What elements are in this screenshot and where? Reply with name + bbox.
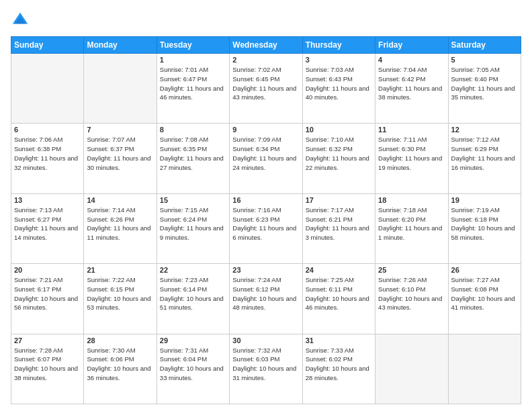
cell-info: Sunrise: 7:31 AM Sunset: 6:04 PM Dayligh… xyxy=(160,346,226,383)
sunrise-label: Sunrise: 7:19 AM xyxy=(451,206,500,214)
day-number: 31 xyxy=(306,336,372,345)
daylight-label: Daylight: 11 hours and 32 minutes. xyxy=(14,154,78,171)
calendar-cell: 28 Sunrise: 7:30 AM Sunset: 6:06 PM Dayl… xyxy=(84,334,157,404)
daylight-label: Daylight: 10 hours and 43 minutes. xyxy=(378,295,442,312)
day-number: 21 xyxy=(87,266,153,274)
header xyxy=(11,11,521,30)
cell-info: Sunrise: 7:14 AM Sunset: 6:26 PM Dayligh… xyxy=(87,205,153,242)
sunrise-label: Sunrise: 7:32 AM xyxy=(232,347,281,354)
day-number: 4 xyxy=(378,56,445,64)
week-row-2: 13 Sunrise: 7:13 AM Sunset: 6:27 PM Dayl… xyxy=(11,193,521,263)
week-row-0: 1 Sunrise: 7:01 AM Sunset: 6:47 PM Dayli… xyxy=(11,54,521,124)
daylight-label: Daylight: 11 hours and 38 minutes. xyxy=(378,85,442,101)
calendar-cell: 20 Sunrise: 7:21 AM Sunset: 6:17 PM Dayl… xyxy=(11,264,84,334)
cell-info: Sunrise: 7:21 AM Sunset: 6:17 PM Dayligh… xyxy=(14,275,81,312)
daylight-label: Daylight: 11 hours and 6 minutes. xyxy=(232,224,296,241)
cell-info: Sunrise: 7:03 AM Sunset: 6:43 PM Dayligh… xyxy=(306,65,372,102)
cell-info: Sunrise: 7:06 AM Sunset: 6:38 PM Dayligh… xyxy=(14,135,81,172)
sunrise-label: Sunrise: 7:14 AM xyxy=(87,206,135,214)
sunset-label: Sunset: 6:34 PM xyxy=(232,145,279,152)
cell-info: Sunrise: 7:30 AM Sunset: 6:06 PM Dayligh… xyxy=(87,346,153,383)
day-number: 11 xyxy=(378,126,445,134)
daylight-label: Daylight: 11 hours and 43 minutes. xyxy=(232,85,296,101)
sunrise-label: Sunrise: 7:22 AM xyxy=(87,276,135,283)
page: SundayMondayTuesdayWednesdayThursdayFrid… xyxy=(0,0,532,411)
sunset-label: Sunset: 6:15 PM xyxy=(87,285,134,293)
daylight-label: Daylight: 11 hours and 11 minutes. xyxy=(87,224,150,241)
sunset-label: Sunset: 6:26 PM xyxy=(87,216,134,223)
day-number: 24 xyxy=(306,266,372,274)
sunrise-label: Sunrise: 7:18 AM xyxy=(378,206,427,214)
sunset-label: Sunset: 6:14 PM xyxy=(160,285,207,293)
day-number: 25 xyxy=(378,266,445,274)
sunset-label: Sunset: 6:04 PM xyxy=(160,355,207,363)
calendar-cell: 26 Sunrise: 7:27 AM Sunset: 6:08 PM Dayl… xyxy=(448,264,521,334)
cell-info: Sunrise: 7:09 AM Sunset: 6:34 PM Dayligh… xyxy=(232,135,299,172)
sunset-label: Sunset: 6:17 PM xyxy=(14,285,61,293)
cell-info: Sunrise: 7:32 AM Sunset: 6:03 PM Dayligh… xyxy=(232,346,299,383)
calendar-cell: 19 Sunrise: 7:19 AM Sunset: 6:18 PM Dayl… xyxy=(448,193,521,263)
sunset-label: Sunset: 6:24 PM xyxy=(160,216,207,223)
daylight-label: Daylight: 10 hours and 48 minutes. xyxy=(232,295,296,312)
calendar-cell: 6 Sunrise: 7:06 AM Sunset: 6:38 PM Dayli… xyxy=(11,124,84,193)
daylight-label: Daylight: 11 hours and 19 minutes. xyxy=(378,154,442,171)
calendar-cell: 8 Sunrise: 7:08 AM Sunset: 6:35 PM Dayli… xyxy=(157,124,229,193)
daylight-label: Daylight: 11 hours and 3 minutes. xyxy=(306,224,369,241)
cell-info: Sunrise: 7:33 AM Sunset: 6:02 PM Dayligh… xyxy=(306,346,372,383)
day-number: 28 xyxy=(87,336,153,345)
cell-info: Sunrise: 7:12 AM Sunset: 6:29 PM Dayligh… xyxy=(451,135,518,172)
sunset-label: Sunset: 6:32 PM xyxy=(306,145,353,152)
daylight-label: Daylight: 10 hours and 58 minutes. xyxy=(451,224,515,241)
sunset-label: Sunset: 6:30 PM xyxy=(378,145,425,152)
sunrise-label: Sunrise: 7:27 AM xyxy=(451,276,500,283)
sunrise-label: Sunrise: 7:30 AM xyxy=(87,347,135,354)
day-number: 23 xyxy=(232,266,299,274)
calendar-cell xyxy=(375,334,448,404)
calendar-cell: 11 Sunrise: 7:11 AM Sunset: 6:30 PM Dayl… xyxy=(375,124,448,193)
sunset-label: Sunset: 6:23 PM xyxy=(232,216,279,223)
sunset-label: Sunset: 6:21 PM xyxy=(306,216,353,223)
cell-info: Sunrise: 7:18 AM Sunset: 6:20 PM Dayligh… xyxy=(378,205,445,242)
sunrise-label: Sunrise: 7:06 AM xyxy=(14,136,62,143)
sunset-label: Sunset: 6:38 PM xyxy=(14,145,61,152)
sunset-label: Sunset: 6:18 PM xyxy=(451,216,498,223)
daylight-label: Daylight: 10 hours and 46 minutes. xyxy=(306,295,369,312)
sunset-label: Sunset: 6:29 PM xyxy=(451,145,498,152)
cell-info: Sunrise: 7:10 AM Sunset: 6:32 PM Dayligh… xyxy=(306,135,372,172)
day-header-monday: Monday xyxy=(84,37,157,54)
calendar-cell: 5 Sunrise: 7:05 AM Sunset: 6:40 PM Dayli… xyxy=(448,54,521,124)
daylight-label: Daylight: 11 hours and 22 minutes. xyxy=(306,154,369,171)
sunrise-label: Sunrise: 7:09 AM xyxy=(232,136,281,143)
sunset-label: Sunset: 6:27 PM xyxy=(14,216,61,223)
day-number: 16 xyxy=(232,196,299,204)
day-number: 3 xyxy=(306,56,372,64)
daylight-label: Daylight: 11 hours and 14 minutes. xyxy=(14,224,78,241)
day-number: 1 xyxy=(160,56,226,64)
calendar-cell: 16 Sunrise: 7:16 AM Sunset: 6:23 PM Dayl… xyxy=(230,193,302,263)
day-number: 12 xyxy=(451,126,518,134)
sunrise-label: Sunrise: 7:33 AM xyxy=(306,347,354,354)
cell-info: Sunrise: 7:02 AM Sunset: 6:45 PM Dayligh… xyxy=(232,65,299,102)
daylight-label: Daylight: 11 hours and 35 minutes. xyxy=(451,85,515,101)
calendar-cell: 29 Sunrise: 7:31 AM Sunset: 6:04 PM Dayl… xyxy=(157,334,229,404)
sunrise-label: Sunrise: 7:08 AM xyxy=(160,136,208,143)
day-number: 15 xyxy=(160,196,226,204)
cell-info: Sunrise: 7:08 AM Sunset: 6:35 PM Dayligh… xyxy=(160,135,226,172)
sunset-label: Sunset: 6:06 PM xyxy=(87,355,134,363)
day-number: 13 xyxy=(14,196,81,204)
sunrise-label: Sunrise: 7:28 AM xyxy=(14,347,62,354)
day-number: 7 xyxy=(87,126,153,134)
daylight-label: Daylight: 11 hours and 40 minutes. xyxy=(306,85,369,101)
sunset-label: Sunset: 6:02 PM xyxy=(306,355,353,363)
calendar-cell: 25 Sunrise: 7:26 AM Sunset: 6:10 PM Dayl… xyxy=(375,264,448,334)
daylight-label: Daylight: 11 hours and 24 minutes. xyxy=(232,154,296,171)
sunset-label: Sunset: 6:35 PM xyxy=(160,145,207,152)
calendar-cell: 1 Sunrise: 7:01 AM Sunset: 6:47 PM Dayli… xyxy=(157,54,229,124)
sunrise-label: Sunrise: 7:02 AM xyxy=(232,66,281,73)
cell-info: Sunrise: 7:13 AM Sunset: 6:27 PM Dayligh… xyxy=(14,205,81,242)
day-number: 30 xyxy=(232,336,299,345)
cell-info: Sunrise: 7:01 AM Sunset: 6:47 PM Dayligh… xyxy=(160,65,226,102)
sunset-label: Sunset: 6:07 PM xyxy=(14,355,61,363)
calendar-cell: 9 Sunrise: 7:09 AM Sunset: 6:34 PM Dayli… xyxy=(230,124,302,193)
daylight-label: Daylight: 11 hours and 30 minutes. xyxy=(87,154,150,171)
